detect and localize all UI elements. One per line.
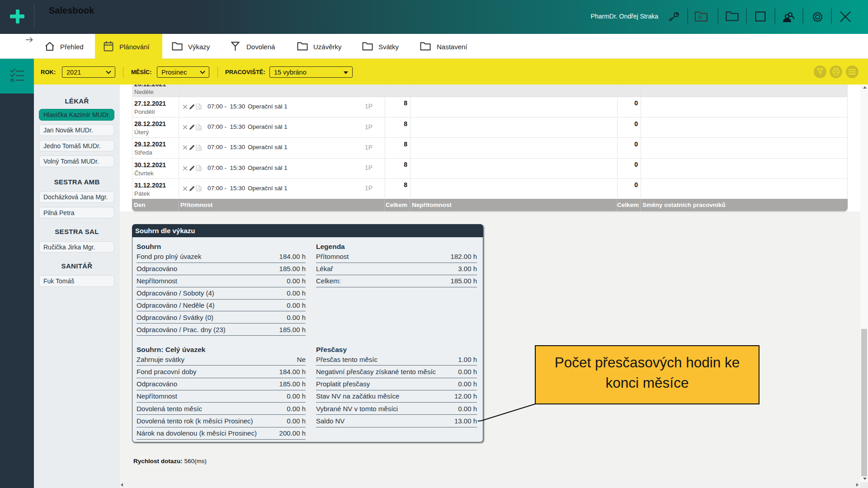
svg-text:N: N <box>698 15 702 20</box>
